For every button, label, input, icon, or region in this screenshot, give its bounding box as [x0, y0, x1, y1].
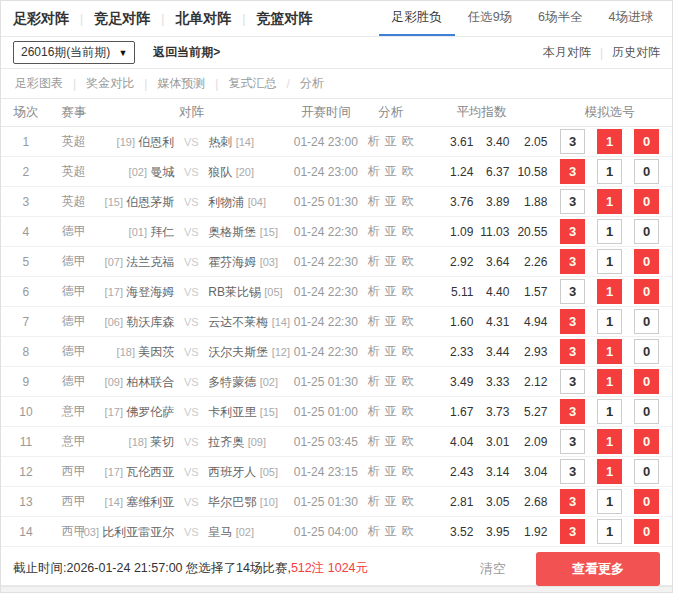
pick-1-button[interactable]: 1	[597, 369, 622, 394]
away-team-cell[interactable]: 狼队 [20]	[208, 163, 254, 180]
pick-0-button[interactable]: 0	[634, 459, 659, 484]
europe-odds-link[interactable]: 欧	[402, 433, 414, 450]
pick-0-button[interactable]: 0	[634, 219, 659, 244]
asia-odds-link[interactable]: 亚	[385, 493, 397, 510]
back-to-current-link[interactable]: 返回当前期>	[153, 44, 220, 61]
analysis-link[interactable]: 析	[368, 253, 380, 270]
home-team-cell[interactable]: [19] 伯恩利	[117, 133, 175, 150]
away-team-cell[interactable]: 利物浦 [04]	[208, 193, 266, 210]
pick-1-button[interactable]: 1	[597, 489, 622, 514]
analysis-link[interactable]: 析	[368, 523, 380, 540]
europe-odds-link[interactable]: 欧	[402, 193, 414, 210]
analysis-link[interactable]: 析	[368, 133, 380, 150]
pick-1-button[interactable]: 1	[597, 159, 622, 184]
pick-0-button[interactable]: 0	[634, 429, 659, 454]
pick-1-button[interactable]: 1	[597, 279, 622, 304]
pick-0-button[interactable]: 0	[634, 279, 659, 304]
asia-odds-link[interactable]: 亚	[385, 433, 397, 450]
tab-2[interactable]: 6场半全	[525, 1, 595, 36]
pick-3-button[interactable]: 3	[560, 189, 585, 214]
europe-odds-link[interactable]: 欧	[402, 253, 414, 270]
europe-odds-link[interactable]: 欧	[402, 523, 414, 540]
pick-0-button[interactable]: 0	[634, 309, 659, 334]
home-team-cell[interactable]: [17] 佛罗伦萨	[105, 403, 175, 420]
subtab-3[interactable]: 复式汇总	[228, 75, 276, 92]
nav-item-1[interactable]: 竞足对阵	[94, 10, 150, 28]
away-team-cell[interactable]: 霍芬海姆 [03]	[208, 253, 278, 270]
clear-button[interactable]: 清空	[480, 560, 506, 578]
pick-3-button[interactable]: 3	[560, 249, 585, 274]
period-link-1[interactable]: 历史对阵	[612, 44, 660, 61]
pick-3-button[interactable]: 3	[560, 339, 585, 364]
pick-1-button[interactable]: 1	[597, 309, 622, 334]
home-team-cell[interactable]: [02] 曼城	[129, 163, 175, 180]
pick-0-button[interactable]: 0	[634, 129, 659, 154]
europe-odds-link[interactable]: 欧	[402, 493, 414, 510]
away-team-cell[interactable]: 拉齐奥 [09]	[208, 433, 266, 450]
analysis-link[interactable]: 析	[368, 463, 380, 480]
pick-0-button[interactable]: 0	[634, 399, 659, 424]
nav-item-0[interactable]: 足彩对阵	[13, 10, 69, 28]
pick-3-button[interactable]: 3	[560, 279, 585, 304]
home-team-cell[interactable]: [18] 美因茨	[117, 343, 175, 360]
europe-odds-link[interactable]: 欧	[402, 463, 414, 480]
europe-odds-link[interactable]: 欧	[402, 313, 414, 330]
period-link-0[interactable]: 本月对阵	[543, 44, 591, 61]
away-team-cell[interactable]: 沃尔夫斯堡 [12]	[208, 343, 290, 360]
analysis-link[interactable]: 析	[368, 433, 380, 450]
pick-0-button[interactable]: 0	[634, 369, 659, 394]
pick-3-button[interactable]: 3	[560, 369, 585, 394]
asia-odds-link[interactable]: 亚	[385, 283, 397, 300]
asia-odds-link[interactable]: 亚	[385, 373, 397, 390]
asia-odds-link[interactable]: 亚	[385, 163, 397, 180]
home-team-cell[interactable]: [15] 伯恩茅斯	[105, 193, 175, 210]
home-team-cell[interactable]: [18] 莱切	[129, 433, 175, 450]
pick-1-button[interactable]: 1	[597, 339, 622, 364]
analysis-link[interactable]: 析	[368, 313, 380, 330]
away-team-cell[interactable]: 热刺 [14]	[208, 133, 254, 150]
view-more-button[interactable]: 查看更多	[536, 552, 660, 586]
tab-1[interactable]: 任选9场	[455, 1, 525, 36]
home-team-cell[interactable]: [03] 比利亚雷亚尔	[81, 523, 175, 540]
asia-odds-link[interactable]: 亚	[385, 223, 397, 240]
period-select[interactable]: 26016期(当前期) ▼	[13, 41, 135, 64]
pick-3-button[interactable]: 3	[560, 309, 585, 334]
europe-odds-link[interactable]: 欧	[402, 403, 414, 420]
home-team-cell[interactable]: [09] 柏林联合	[105, 373, 175, 390]
analysis-link[interactable]: 析	[368, 283, 380, 300]
europe-odds-link[interactable]: 欧	[402, 163, 414, 180]
pick-1-button[interactable]: 1	[597, 519, 622, 544]
pick-3-button[interactable]: 3	[560, 129, 585, 154]
away-team-cell[interactable]: 西班牙人 [05]	[208, 463, 278, 480]
asia-odds-link[interactable]: 亚	[385, 253, 397, 270]
away-team-cell[interactable]: 多特蒙德 [02]	[208, 373, 278, 390]
away-team-cell[interactable]: RB莱比锡 [05]	[208, 283, 282, 300]
pick-0-button[interactable]: 0	[634, 339, 659, 364]
pick-3-button[interactable]: 3	[560, 429, 585, 454]
subtab-4[interactable]: 分析	[300, 75, 324, 92]
home-team-cell[interactable]: [07] 法兰克福	[105, 253, 175, 270]
pick-3-button[interactable]: 3	[560, 489, 585, 514]
nav-item-3[interactable]: 竞篮对阵	[256, 10, 312, 28]
away-team-cell[interactable]: 皇马 [02]	[208, 523, 254, 540]
asia-odds-link[interactable]: 亚	[385, 133, 397, 150]
subtab-2[interactable]: 媒体预测	[157, 75, 205, 92]
analysis-link[interactable]: 析	[368, 403, 380, 420]
tab-0[interactable]: 足彩胜负	[379, 1, 455, 36]
tab-3[interactable]: 4场进球	[596, 1, 666, 36]
pick-3-button[interactable]: 3	[560, 219, 585, 244]
pick-3-button[interactable]: 3	[560, 159, 585, 184]
europe-odds-link[interactable]: 欧	[402, 223, 414, 240]
analysis-link[interactable]: 析	[368, 493, 380, 510]
pick-1-button[interactable]: 1	[597, 249, 622, 274]
analysis-link[interactable]: 析	[368, 343, 380, 360]
pick-1-button[interactable]: 1	[597, 429, 622, 454]
pick-0-button[interactable]: 0	[634, 519, 659, 544]
pick-1-button[interactable]: 1	[597, 129, 622, 154]
pick-3-button[interactable]: 3	[560, 459, 585, 484]
analysis-link[interactable]: 析	[368, 193, 380, 210]
europe-odds-link[interactable]: 欧	[402, 283, 414, 300]
pick-3-button[interactable]: 3	[560, 519, 585, 544]
pick-1-button[interactable]: 1	[597, 399, 622, 424]
pick-3-button[interactable]: 3	[560, 399, 585, 424]
